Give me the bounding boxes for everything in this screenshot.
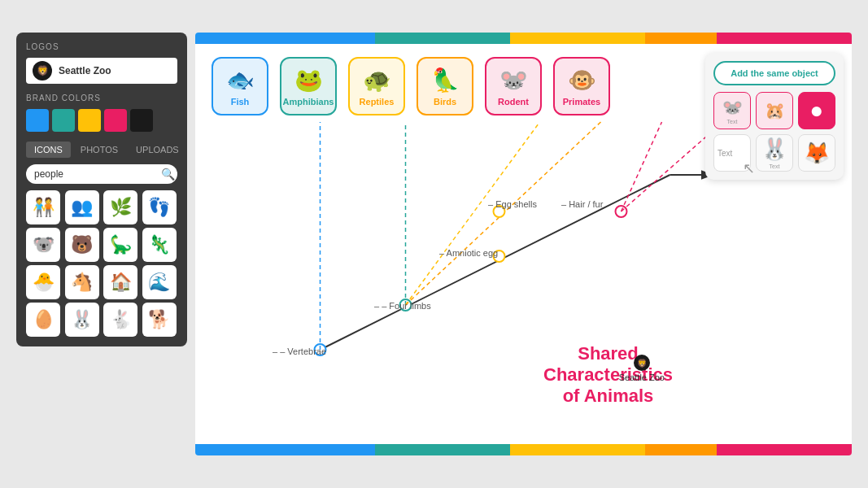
object-cell-1[interactable]: 🐭 Text [713, 92, 751, 129]
bar-blue [195, 33, 375, 44]
cursor-icon: ↖ [743, 159, 755, 177]
object-cell-photo1[interactable]: 🐰 Text [756, 134, 793, 172]
list-item[interactable]: 👥 [65, 190, 99, 224]
object-cell-text[interactable]: Text ↖ [713, 134, 751, 172]
rodent-icon: 🐭 [499, 67, 528, 94]
swatch-yellow[interactable] [78, 109, 101, 132]
list-item[interactable]: 🦕 [103, 228, 137, 262]
swatch-red[interactable] [104, 109, 127, 132]
logo-item: 🦁 Seattle Zoo [26, 58, 177, 84]
animal-cards: 🐟 Fish 🐸 Amphibians 🐢 Reptiles 🦜 Birds 🐭… [212, 57, 610, 115]
animal-card-rodent[interactable]: 🐭 Rodent [485, 57, 542, 115]
animal-card-amphibians[interactable]: 🐸 Amphibians [280, 57, 337, 115]
search-box: 🔍 [26, 164, 177, 184]
brand-colors-section: BRAND COLORS [26, 94, 177, 132]
list-item[interactable]: 🐻 [65, 228, 99, 262]
shared-line3: of Animals [543, 386, 673, 407]
color-bar-bottom [195, 444, 852, 455]
list-item[interactable]: 🐴 [65, 265, 99, 299]
list-item[interactable]: 👣 [142, 190, 177, 224]
photo-icon-1: 🐰 [761, 137, 787, 162]
obj-icon-1: 🐭 [722, 98, 743, 117]
add-object-panel: Add the same object 🐭 Text 🐹 ● Text ↖ 🐰 … [705, 53, 844, 180]
vertebrae-label: – – Vertebrae [273, 346, 326, 356]
svg-line-11 [622, 122, 662, 211]
bottom-bar-red [717, 444, 852, 455]
list-item[interactable]: 🦎 [142, 228, 177, 262]
zoo-logo-small: 🦁 [634, 355, 650, 371]
list-item[interactable]: 🐨 [26, 228, 60, 262]
tabs-row: ICONS PHOTOS UPLOADS [26, 142, 177, 158]
photo-label-1: Text [770, 163, 780, 169]
list-item[interactable]: 🐕 [142, 303, 177, 337]
svg-line-6 [406, 122, 540, 305]
amphibians-label: Amphibians [283, 97, 334, 107]
main-canvas: 🐟 Fish 🐸 Amphibians 🐢 Reptiles 🦜 Birds 🐭… [195, 33, 852, 455]
list-item[interactable]: 🐣 [26, 265, 60, 299]
four-limbs-label: – – Four limbs [374, 301, 431, 311]
bottom-bar-blue [195, 444, 375, 455]
obj-label-1: Text [727, 119, 738, 124]
primates-label: Primates [563, 97, 600, 107]
tab-uploads[interactable]: UPLOADS [128, 142, 187, 158]
add-same-object-button[interactable]: Add the same object [713, 61, 835, 85]
search-input[interactable] [34, 168, 156, 180]
logos-section: LOGOS 🦁 Seattle Zoo [26, 42, 177, 84]
svg-point-10 [616, 206, 627, 217]
primates-icon: 🐵 [568, 67, 596, 94]
svg-line-7 [406, 122, 601, 305]
obj-text-placeholder: Text [718, 149, 732, 158]
zoo-logo-icon: 🦁 [33, 61, 52, 81]
object-cell-photo2[interactable]: 🦊 [798, 134, 835, 172]
left-panel: LOGOS 🦁 Seattle Zoo BRAND COLORS ICONS P… [16, 33, 187, 346]
list-item[interactable]: 🌊 [142, 265, 177, 299]
logo-text: Seattle Zoo [59, 65, 111, 76]
list-item[interactable]: 🥚 [26, 303, 60, 337]
swatch-teal[interactable] [52, 109, 75, 132]
list-item[interactable]: 🐇 [103, 303, 137, 337]
bottom-bar-yellow [510, 444, 645, 455]
fish-icon: 🐟 [226, 67, 255, 94]
list-item[interactable]: 🧑‍🤝‍🧑 [26, 190, 60, 224]
animal-card-birds[interactable]: 🦜 Birds [417, 57, 473, 115]
reptiles-icon: 🐢 [363, 67, 391, 94]
tab-icons[interactable]: ICONS [26, 142, 71, 158]
hair-fur-label: – Hair / fur [561, 199, 603, 209]
color-bar-top [195, 33, 852, 44]
object-cell-circle[interactable]: ● [798, 92, 835, 129]
color-swatches [26, 109, 177, 132]
birds-icon: 🦜 [431, 67, 460, 94]
object-cell-2[interactable]: 🐹 [756, 92, 793, 129]
bar-teal [375, 33, 510, 44]
amphibians-icon: 🐸 [294, 67, 323, 94]
amniotic-egg-label: – Amniotic egg [439, 248, 498, 258]
search-icon: 🔍 [161, 168, 175, 181]
animal-card-reptiles[interactable]: 🐢 Reptiles [348, 57, 405, 115]
icon-grid: 🧑‍🤝‍🧑 👥 🌿 👣 🐨 🐻 🦕 🦎 🐣 🐴 🏠 🌊 🥚 🐰 🐇 🐕 [26, 190, 177, 337]
animal-card-primates[interactable]: 🐵 Primates [553, 57, 610, 115]
rodent-label: Rodent [498, 97, 529, 107]
object-grid: 🐭 Text 🐹 ● Text ↖ 🐰 Text 🦊 [713, 92, 835, 172]
circle-icon: ● [810, 98, 824, 124]
tab-photos[interactable]: PHOTOS [72, 142, 126, 158]
egg-shells-label: – Egg shells [488, 199, 537, 209]
photo-icon-2: 🦊 [804, 141, 830, 166]
animal-card-fish[interactable]: 🐟 Fish [212, 57, 268, 115]
bar-red [717, 33, 852, 44]
bottom-bar-teal [375, 444, 510, 455]
birds-label: Birds [434, 97, 456, 107]
swatch-blue[interactable] [26, 109, 49, 132]
bar-orange [645, 33, 717, 44]
list-item[interactable]: 🌿 [103, 190, 137, 224]
zoo-watermark: 🦁 Seattle Zoo [619, 355, 665, 382]
obj-icon-2: 🐹 [765, 101, 785, 120]
swatch-black[interactable] [130, 109, 153, 132]
fish-label: Fish [231, 97, 250, 107]
brand-colors-label: BRAND COLORS [26, 94, 177, 102]
zoo-watermark-label: Seattle Zoo [619, 373, 665, 382]
bar-yellow [510, 33, 645, 44]
bottom-bar-orange [645, 444, 717, 455]
icons-panel: ICONS PHOTOS UPLOADS 🔍 🧑‍🤝‍🧑 👥 🌿 👣 🐨 🐻 🦕… [26, 142, 177, 337]
list-item[interactable]: 🐰 [65, 303, 99, 337]
list-item[interactable]: 🏠 [103, 265, 137, 299]
